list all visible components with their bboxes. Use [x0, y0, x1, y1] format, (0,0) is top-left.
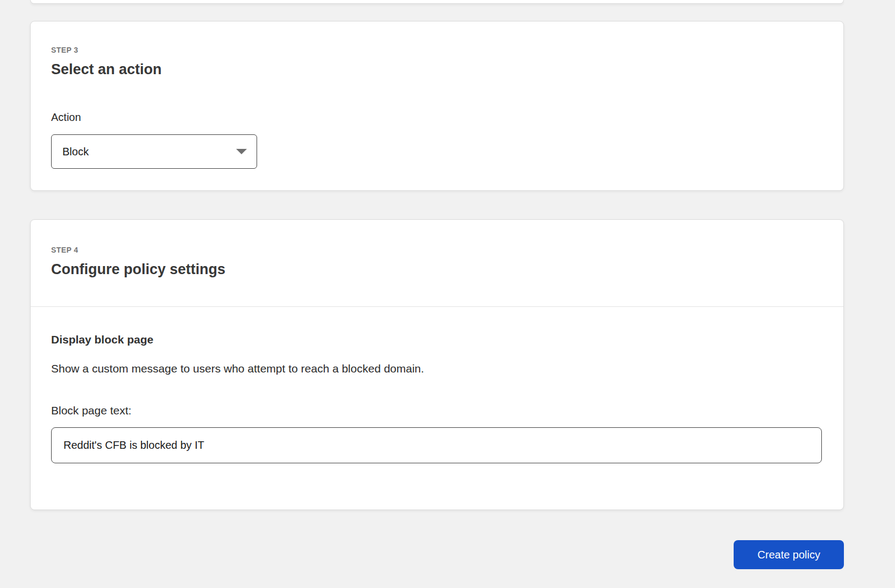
- previous-card-bottom-edge: [30, 0, 844, 4]
- footer-actions: Create policy: [30, 540, 844, 569]
- caret-down-icon: [236, 149, 247, 154]
- block-page-text-label: Block page text:: [51, 404, 822, 418]
- action-field-label: Action: [51, 111, 822, 124]
- step3-label: STEP 3: [51, 46, 822, 55]
- action-select-value: Block: [62, 146, 89, 158]
- step3-card: STEP 3 Select an action Action Block: [30, 21, 844, 191]
- block-page-text-input[interactable]: [51, 427, 822, 463]
- create-policy-button[interactable]: Create policy: [734, 540, 844, 569]
- policy-wizard-content: STEP 3 Select an action Action Block STE…: [30, 0, 844, 569]
- display-block-page-description: Show a custom message to users who attem…: [51, 362, 822, 376]
- display-block-page-heading: Display block page: [51, 333, 822, 347]
- step3-title: Select an action: [51, 60, 822, 78]
- action-select[interactable]: Block: [51, 134, 257, 169]
- step4-label: STEP 4: [51, 246, 822, 255]
- step4-header: STEP 4 Configure policy settings: [31, 220, 843, 307]
- step4-title: Configure policy settings: [51, 260, 822, 278]
- step4-body: Display block page Show a custom message…: [31, 307, 843, 510]
- step4-card: STEP 4 Configure policy settings Display…: [30, 219, 844, 510]
